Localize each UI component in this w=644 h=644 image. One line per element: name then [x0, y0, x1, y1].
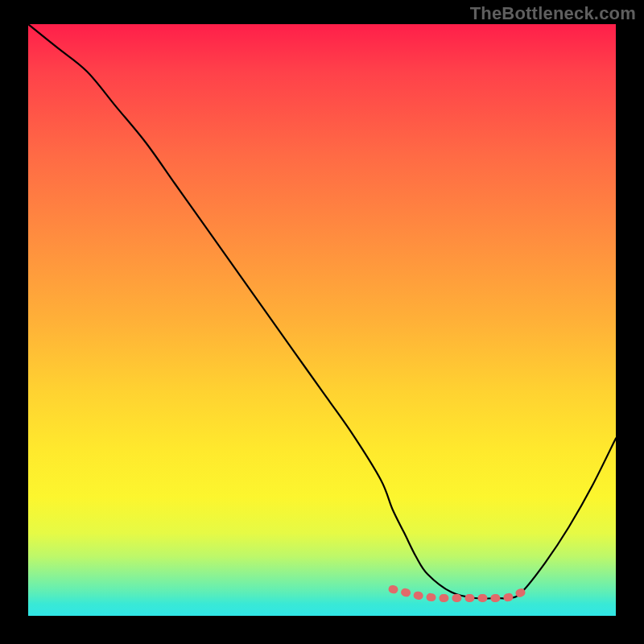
main-curve-path	[28, 24, 616, 599]
chart-svg	[28, 24, 616, 616]
plot-area	[28, 24, 616, 616]
watermark-text: TheBottleneck.com	[470, 3, 636, 24]
chart-frame: TheBottleneck.com	[0, 0, 644, 644]
